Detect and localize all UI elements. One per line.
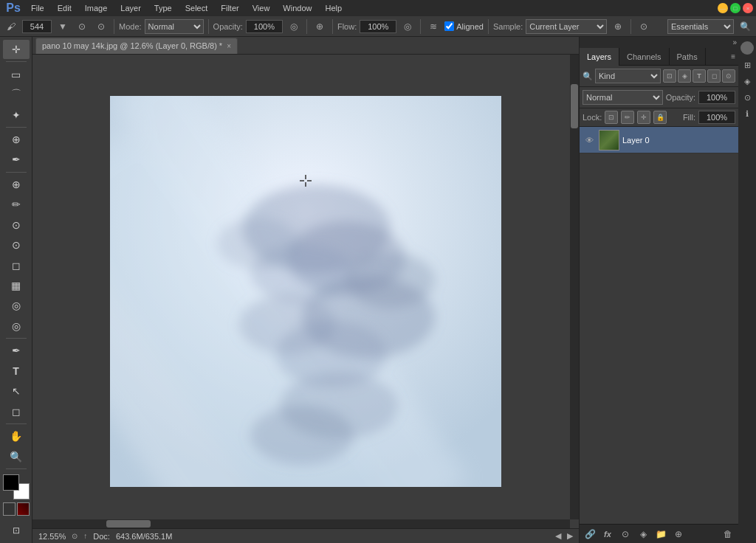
menu-help[interactable]: Help <box>319 2 348 14</box>
layer-blend-mode-select[interactable]: Normal Multiply Screen Overlay <box>583 90 663 105</box>
filter-pixel-icon[interactable]: ⊡ <box>663 69 676 83</box>
brush-preset-icon[interactable]: ⊙ <box>74 18 90 35</box>
document-tab[interactable]: pano 10 may 14k.jpg @ 12.6% (Layer 0, RG… <box>35 38 238 54</box>
opacity-jitter-icon[interactable]: ◎ <box>286 18 302 35</box>
pen-tool[interactable]: ✒ <box>3 341 30 360</box>
menu-file[interactable]: File <box>25 2 50 14</box>
sample-icon[interactable]: ⊕ <box>610 18 626 35</box>
timeline-forward[interactable]: ▶ <box>567 531 573 541</box>
text-tool[interactable]: T <box>3 362 30 381</box>
panel-expand-icon[interactable]: » <box>732 38 737 46</box>
blur-tool[interactable]: ◎ <box>3 296 30 315</box>
menu-select[interactable]: Select <box>179 2 214 14</box>
horizontal-scrollbar-thumb[interactable] <box>106 520 151 528</box>
layer-adjustment-icon[interactable]: ◈ <box>636 527 650 542</box>
shape-tool[interactable]: ◻ <box>3 401 30 421</box>
layer-delete-icon[interactable]: 🗑 <box>721 527 735 542</box>
clone-source-icon[interactable]: ⊙ <box>636 18 652 35</box>
clone-stamp-tool[interactable]: ⊙ <box>3 215 30 234</box>
layer-item[interactable]: 👁 Layer 0 <box>580 127 738 153</box>
layer-group-icon[interactable]: 📁 <box>653 527 668 542</box>
aligned-checkbox[interactable] <box>444 21 454 31</box>
menu-view[interactable]: View <box>247 2 276 14</box>
window-close[interactable]: × <box>743 3 753 13</box>
flow-jitter-icon[interactable]: ◎ <box>399 18 416 35</box>
lock-all-icon[interactable]: 🔒 <box>653 111 667 124</box>
fill-label: Fill: <box>683 113 695 122</box>
tab-close-button[interactable]: × <box>227 42 231 50</box>
flow-input[interactable] <box>360 20 396 33</box>
menu-type[interactable]: Type <box>148 2 178 14</box>
timeline-back[interactable]: ◀ <box>555 531 561 541</box>
horizontal-scrollbar[interactable] <box>32 519 570 528</box>
menu-window[interactable]: Window <box>277 2 317 14</box>
info-icon[interactable]: ℹ <box>740 106 755 121</box>
menu-layer[interactable]: Layer <box>114 2 147 14</box>
workspace-select[interactable]: Essentials <box>667 19 734 34</box>
brush-options-icon[interactable]: ▼ <box>55 18 71 35</box>
lock-transparent-icon[interactable]: ⊡ <box>605 111 618 124</box>
blend-mode-select[interactable]: Normal Multiply Screen <box>145 19 204 34</box>
screen-mode[interactable]: ⊡ <box>3 520 30 539</box>
eraser-tool[interactable]: ◻ <box>3 255 30 274</box>
brush-settings-icon[interactable]: ⊙ <box>93 18 109 35</box>
filter-text-icon[interactable]: T <box>693 69 706 83</box>
window-maximize[interactable]: □ <box>730 3 740 13</box>
move-tool[interactable]: ✛ <box>3 40 30 59</box>
workspace-search-icon[interactable]: 🔍 <box>737 18 753 35</box>
layer-link-icon[interactable]: 🔗 <box>583 527 597 542</box>
crop-tool[interactable]: ⊕ <box>3 130 30 149</box>
rect-select-tool[interactable]: ▭ <box>3 64 30 83</box>
menu-edit[interactable]: Edit <box>52 2 78 14</box>
layer-fx-icon[interactable]: fx <box>600 527 615 542</box>
status-info-icon[interactable]: ⊙ <box>72 532 78 540</box>
layer-visibility-icon[interactable]: 👁 <box>583 134 596 147</box>
eyedropper-tool[interactable]: ✒ <box>3 150 30 169</box>
vertical-scrollbar[interactable] <box>570 55 579 519</box>
path-select-tool[interactable]: ↖ <box>3 381 30 401</box>
dodge-tool[interactable]: ◎ <box>3 317 30 336</box>
status-share-icon[interactable]: ↑ <box>83 532 87 540</box>
filter-shape-icon[interactable]: ◻ <box>707 69 721 83</box>
foreground-color[interactable] <box>3 474 19 491</box>
standard-mode[interactable] <box>3 502 16 516</box>
layers-panel-menu[interactable]: ≡ <box>728 52 738 60</box>
menu-image[interactable]: Image <box>79 2 114 14</box>
airbrush-icon[interactable]: ⊕ <box>312 18 328 35</box>
zoom-tool[interactable]: 🔍 <box>3 446 30 466</box>
magic-wand-tool[interactable]: ✦ <box>3 105 30 124</box>
brush-size-input[interactable] <box>22 20 52 33</box>
history-icon[interactable]: ⊙ <box>740 90 755 105</box>
history-brush-tool[interactable]: ⊙ <box>3 235 30 255</box>
layer-mask-icon[interactable]: ⊙ <box>618 527 633 542</box>
lasso-tool[interactable]: ⌒ <box>3 85 30 104</box>
sample-select[interactable]: Current Layer All Layers <box>526 19 607 34</box>
filter-smart-icon[interactable]: ⊙ <box>722 69 735 83</box>
layer-opacity-input[interactable] <box>698 91 735 104</box>
svg-point-10 <box>346 252 435 308</box>
brush-tool[interactable]: ✏ <box>3 195 30 214</box>
tab-layers[interactable]: Layers <box>580 48 619 66</box>
lock-image-icon[interactable]: ✏ <box>621 111 634 124</box>
healing-brush-tool[interactable]: ⊕ <box>3 175 30 194</box>
adjustments-icon[interactable]: ◈ <box>740 74 755 89</box>
lock-position-icon[interactable]: ✛ <box>637 111 650 124</box>
filter-type-select[interactable]: Kind Name Effect <box>595 69 661 83</box>
opacity-input[interactable] <box>246 20 283 33</box>
window-minimize[interactable]: — <box>718 3 728 13</box>
tab-paths[interactable]: Paths <box>670 48 706 66</box>
gradient-tool[interactable]: ▦ <box>3 276 30 295</box>
hand-tool[interactable]: ✋ <box>3 426 30 446</box>
vertical-scrollbar-thumb[interactable] <box>571 84 578 128</box>
layer-new-icon[interactable]: ⊕ <box>671 527 686 542</box>
swatches-icon[interactable]: ⊞ <box>740 58 755 72</box>
canvas-wrapper[interactable] <box>32 55 579 528</box>
filter-adjustment-icon[interactable]: ◈ <box>678 69 691 83</box>
layer-fill-input[interactable] <box>698 111 735 124</box>
tool-preset-icon: 🖌 <box>3 18 19 35</box>
menu-filter[interactable]: Filter <box>215 2 244 14</box>
quick-mask-mode[interactable] <box>17 502 30 516</box>
color-picker-icon[interactable] <box>740 41 754 55</box>
tab-channels[interactable]: Channels <box>619 48 669 66</box>
smoothing-icon[interactable]: ≋ <box>425 18 441 35</box>
